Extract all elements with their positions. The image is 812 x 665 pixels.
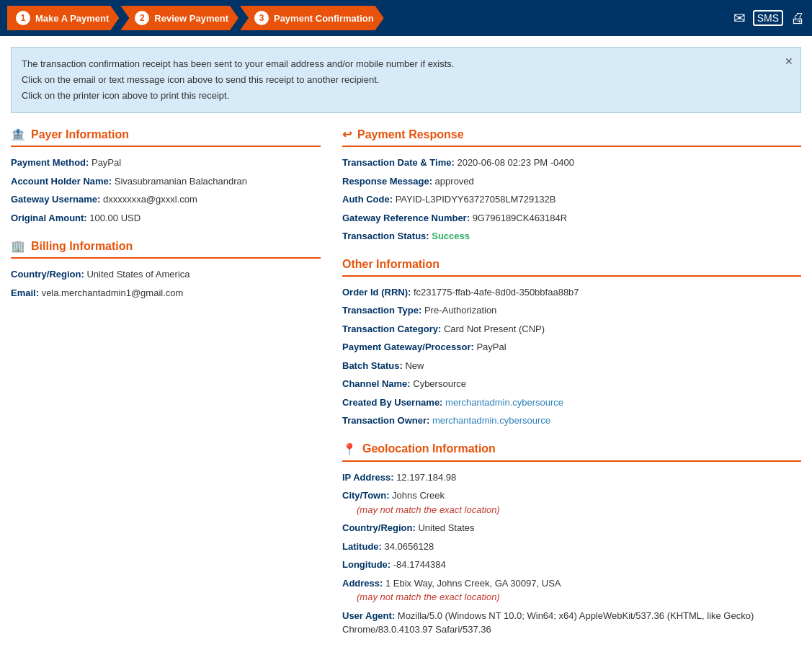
transaction-category-value: Card Not Present (CNP) [444, 323, 545, 334]
channel-name-row: Channel Name: Cybersource [342, 377, 801, 391]
geo-country-label: Country/Region: [342, 522, 418, 533]
email-icon[interactable]: ✉ [733, 9, 746, 27]
original-amount-row: Original Amount: 100.00 USD [11, 211, 321, 226]
transaction-owner-label: Transaction Owner: [342, 415, 432, 426]
user-agent-row: User Agent: Mozilla/5.0 (Windows NT 10.0… [342, 609, 801, 637]
email-value: vela.merchantadmin1@gmail.com [42, 287, 184, 298]
left-column: 🏦 Payer Information Payment Method: PayP… [11, 128, 321, 651]
transaction-date-value: 2020-06-08 02:23 PM -0400 [457, 157, 574, 168]
step-3[interactable]: 3 Payment Confirmation [240, 6, 384, 30]
other-information-title: Other Information [342, 258, 440, 271]
payer-information-title: Payer Information [31, 128, 129, 141]
step-3-label: Payment Confirmation [274, 13, 374, 24]
header-icons: ✉ SMS 🖨 [733, 9, 805, 27]
payment-gateway-value: PayPal [476, 342, 506, 352]
created-by-row: Created By Username: merchantadmin.cyber… [342, 396, 801, 410]
step-1[interactable]: 1 Make A Payment [7, 6, 119, 30]
transaction-category-row: Transaction Category: Card Not Present (… [342, 322, 801, 336]
billing-information-title: Billing Information [31, 240, 133, 253]
order-id-value: fc231775-ffab-4afe-8d0d-350bbfaa88b7 [414, 287, 579, 298]
address-value: 1 Ebix Way, Johns Creek, GA 30097, USA [385, 578, 561, 589]
step-1-number: 1 [16, 11, 30, 25]
auth-code-value: PAYID-L3PIDYY63727058LM729132B [396, 194, 556, 205]
longitude-row: Longitude: -84.1744384 [342, 558, 801, 572]
transaction-status-value: Success [432, 231, 470, 241]
longitude-label: Longitude: [342, 559, 393, 570]
step-2-label: Review Payment [154, 13, 228, 24]
city-town-row: City/Town: Johns Creek (may not match th… [342, 488, 801, 517]
gateway-username-label: Gateway Username: [11, 194, 103, 205]
response-message-label: Response Message: [342, 176, 435, 187]
batch-status-value: New [405, 360, 424, 371]
original-amount-label: Original Amount: [11, 213, 89, 223]
user-agent-label: User Agent: [342, 610, 398, 621]
print-icon[interactable]: 🖨 [790, 10, 805, 27]
reply-icon: ↩ [342, 128, 352, 141]
payment-gateway-row: Payment Gateway/Processor: PayPal [342, 340, 801, 354]
latitude-label: Latitude: [342, 541, 385, 552]
original-amount-value: 100.00 USD [89, 213, 140, 223]
billing-information-header: 🏢 Billing Information [11, 239, 321, 259]
country-region-row: Country/Region: United States of America [11, 267, 321, 282]
credit-card-icon: 🏦 [11, 128, 25, 141]
city-town-label: City/Town: [342, 490, 392, 501]
transaction-type-value: Pre-Authorization [424, 305, 496, 316]
email-row: Email: vela.merchantadmin1@gmail.com [11, 286, 321, 300]
gateway-ref-row: Gateway Reference Number: 9G796189CK4631… [342, 211, 801, 226]
other-information-section: Other Information Order Id (RRN): fc2317… [342, 258, 801, 428]
geolocation-section: 📍 Geolocation Information IP Address: 12… [342, 442, 801, 637]
payment-method-label: Payment Method: [11, 157, 92, 168]
response-message-value: approved [435, 176, 474, 187]
batch-status-label: Batch Status: [342, 360, 405, 371]
banner-line1: The transaction confirmation receipt has… [22, 56, 779, 72]
country-region-label: Country/Region: [11, 269, 86, 280]
geolocation-header: 📍 Geolocation Information [342, 442, 801, 462]
order-id-row: Order Id (RRN): fc231775-ffab-4afe-8d0d-… [342, 285, 801, 300]
info-banner: ✕ The transaction confirmation receipt h… [11, 47, 801, 113]
step-2[interactable]: 2 Review Payment [120, 6, 238, 30]
payer-information-section: 🏦 Payer Information Payment Method: PayP… [11, 128, 321, 225]
transaction-type-row: Transaction Type: Pre-Authorization [342, 303, 801, 318]
header: 1 Make A Payment 2 Review Payment 3 Paym… [0, 0, 812, 36]
gateway-username-value: dxxxxxxxa@gxxxl.com [103, 194, 197, 205]
gateway-username-row: Gateway Username: dxxxxxxxa@gxxxl.com [11, 192, 321, 207]
close-banner-button[interactable]: ✕ [785, 53, 793, 71]
banner-line3: Click on the printer icon above to print… [22, 88, 779, 104]
building-icon: 🏢 [11, 239, 25, 253]
main-content: ✕ The transaction confirmation receipt h… [0, 36, 812, 665]
auth-code-row: Auth Code: PAYID-L3PIDYY63727058LM729132… [342, 192, 801, 207]
billing-information-section: 🏢 Billing Information Country/Region: Un… [11, 239, 321, 300]
geo-country-value: United States [418, 522, 474, 533]
transaction-type-label: Transaction Type: [342, 305, 424, 316]
address-label: Address: [342, 578, 385, 589]
geo-country-row: Country/Region: United States [342, 521, 801, 535]
account-holder-row: Account Holder Name: Sivasubramanian Bal… [11, 174, 321, 189]
transaction-category-label: Transaction Category: [342, 323, 444, 334]
sms-icon[interactable]: SMS [753, 10, 783, 26]
payment-method-value: PayPal [92, 157, 121, 168]
transaction-owner-value: merchantadmin.cybersource [432, 415, 550, 426]
other-information-header: Other Information [342, 258, 801, 277]
account-holder-value: Sivasubramanian Balachandran [115, 176, 247, 187]
city-town-value: Johns Creek [392, 490, 445, 501]
banner-line2: Click on the email or text message icon … [22, 72, 779, 88]
two-col-layout: 🏦 Payer Information Payment Method: PayP… [11, 128, 801, 651]
step-3-number: 3 [254, 11, 269, 25]
ip-address-row: IP Address: 12.197.184.98 [342, 470, 801, 485]
country-region-value: United States of America [86, 269, 189, 280]
payment-response-section: ↩ Payment Response Transaction Date & Ti… [342, 128, 801, 244]
payment-response-title: Payment Response [357, 128, 464, 141]
email-label: Email: [11, 287, 42, 298]
latitude-row: Latitude: 34.0656128 [342, 540, 801, 554]
right-column: ↩ Payment Response Transaction Date & Ti… [342, 128, 801, 651]
created-by-value: merchantadmin.cybersource [445, 397, 563, 408]
transaction-owner-row: Transaction Owner: merchantadmin.cyberso… [342, 414, 801, 428]
response-message-row: Response Message: approved [342, 174, 801, 189]
ip-address-label: IP Address: [342, 472, 396, 483]
longitude-value: -84.1744384 [393, 559, 446, 570]
auth-code-label: Auth Code: [342, 194, 396, 205]
payment-gateway-label: Payment Gateway/Processor: [342, 342, 476, 352]
payment-response-header: ↩ Payment Response [342, 128, 801, 147]
latitude-value: 34.0656128 [385, 541, 434, 552]
batch-status-row: Batch Status: New [342, 359, 801, 373]
